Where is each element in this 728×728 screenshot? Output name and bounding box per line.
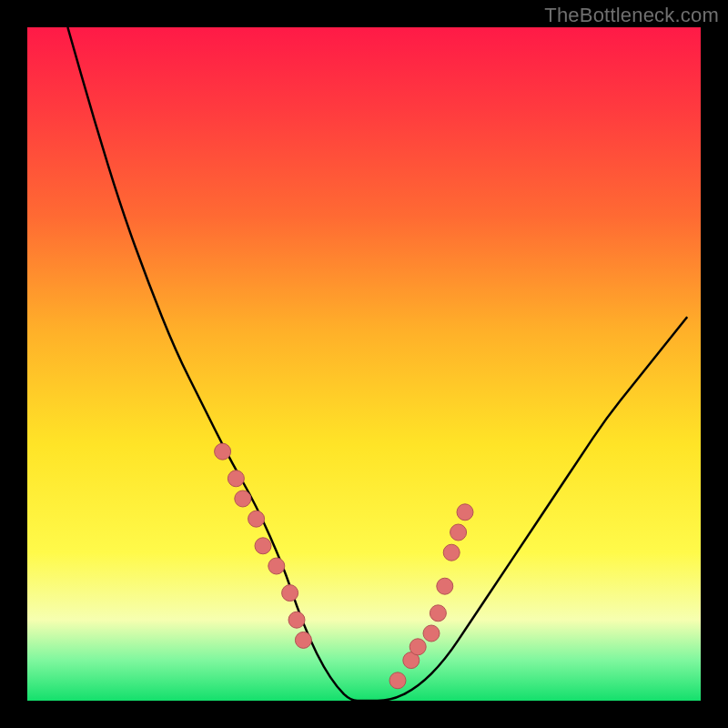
curve-layer	[27, 27, 701, 701]
chart-stage: TheBottleneck.com	[0, 0, 728, 728]
marker-dot	[443, 544, 460, 561]
marker-dot	[457, 504, 473, 521]
marker-dot	[410, 639, 426, 655]
plot-area	[27, 27, 701, 701]
marker-dot	[403, 652, 420, 669]
marker-dot	[423, 625, 440, 642]
marker-dot	[215, 443, 231, 460]
watermark-text: TheBottleneck.com	[544, 4, 719, 27]
marker-dot	[248, 511, 265, 527]
marker-layer	[215, 443, 473, 689]
marker-dot	[430, 605, 446, 622]
marker-dot	[450, 524, 467, 541]
marker-dot	[255, 538, 271, 554]
marker-dot	[437, 578, 453, 594]
marker-dot	[288, 612, 305, 628]
v-curve	[67, 27, 687, 701]
marker-dot	[389, 672, 406, 689]
marker-dot	[228, 470, 244, 487]
marker-dot	[235, 490, 251, 507]
marker-dot	[282, 585, 298, 602]
marker-dot	[268, 558, 285, 574]
marker-dot	[295, 632, 311, 648]
